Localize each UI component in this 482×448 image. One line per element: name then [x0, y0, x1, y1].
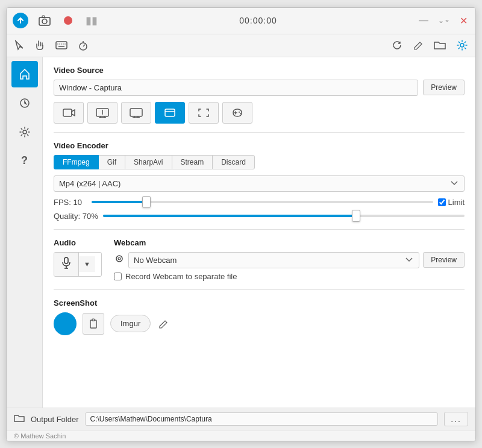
svg-point-14 [460, 43, 464, 47]
quality-row: Quality: 70% [54, 212, 465, 221]
svg-point-1 [42, 19, 47, 24]
screenshot-button[interactable] [37, 13, 52, 28]
svg-point-31 [239, 112, 240, 113]
screen-source-icon [96, 107, 109, 118]
screen2-source-icon [130, 107, 143, 118]
refresh-icon [392, 40, 402, 51]
time-label: 00:00:00 [239, 16, 277, 25]
toolbar-row [7, 34, 475, 57]
app-window: ▮▮ 00:00:00 — ⌄ ⌄ ✕ [6, 7, 476, 441]
timer-tool-button[interactable] [77, 38, 90, 52]
ss-pencil-button[interactable] [157, 317, 170, 330]
webcam-select[interactable]: No Webcam [128, 252, 419, 268]
collapse-button[interactable]: ⌄ ⌄ [436, 15, 452, 26]
fps-limit-label: Limit [448, 198, 465, 207]
tab-discard[interactable]: Discard [212, 155, 255, 169]
tab-stream[interactable]: Stream [172, 155, 213, 169]
source-webcam-button[interactable] [54, 102, 84, 124]
encoder-tabs: FFmpeg Gif SharpAvi Stream Discard [54, 155, 465, 169]
fps-limit-checkbox[interactable] [438, 198, 446, 206]
webcam-separate-label: Record Webcam to separate file [125, 272, 237, 281]
mic-main-button[interactable] [54, 253, 79, 276]
folder-icon [434, 40, 446, 50]
audio-section: Audio ▼ [54, 238, 102, 277]
ss-clipboard-button[interactable] [83, 313, 104, 335]
region-source-icon [197, 107, 210, 118]
home-icon [19, 68, 31, 80]
pencil-icon [413, 40, 423, 50]
imgur-button[interactable]: Imgur [110, 315, 151, 332]
folder-button[interactable] [432, 39, 448, 52]
sidebar-item-home[interactable] [11, 61, 38, 87]
source-gamepad-button[interactable] [222, 102, 252, 124]
fps-track[interactable] [92, 201, 433, 203]
keyboard-tool-button[interactable] [54, 39, 69, 51]
svg-point-3 [64, 16, 72, 25]
webcam-separate-checkbox[interactable] [114, 273, 122, 280]
webcam-preview-button[interactable]: Preview [423, 252, 465, 268]
sidebar-item-settings[interactable] [11, 119, 38, 145]
output-path-input[interactable] [85, 412, 439, 426]
pause-button[interactable]: ▮▮ [84, 12, 99, 29]
tab-gif[interactable]: Gif [98, 155, 125, 169]
svg-point-16 [23, 130, 27, 134]
tab-ffmpeg[interactable]: FFmpeg [54, 155, 99, 169]
quality-track[interactable] [103, 215, 465, 217]
chevron-down-icon: ⌄ [438, 17, 444, 24]
svg-point-32 [240, 113, 241, 114]
fps-thumb[interactable] [142, 196, 151, 208]
tab-sharpavi[interactable]: SharpAvi [125, 155, 172, 169]
source-input[interactable] [54, 80, 418, 96]
svg-rect-27 [165, 109, 175, 116]
close-button[interactable]: ✕ [458, 13, 469, 28]
record-button[interactable] [61, 13, 75, 28]
fps-label: FPS: 10 [54, 198, 87, 207]
svg-rect-23 [130, 109, 142, 116]
video-preview-button[interactable]: Preview [423, 80, 465, 95]
svg-rect-33 [64, 257, 68, 263]
mic-chevron-icon: ▼ [84, 260, 90, 268]
toolbar-left [13, 38, 90, 52]
output-dots-button[interactable]: ... [444, 412, 468, 426]
codec-select[interactable]: Mp4 (x264 | AAC) Mp4 (x265 | AAC) WebM (… [54, 175, 465, 192]
svg-line-13 [83, 45, 85, 46]
title-bar: ▮▮ 00:00:00 — ⌄ ⌄ ✕ [7, 8, 475, 34]
sidebar-item-history[interactable] [11, 90, 38, 116]
source-window-button[interactable] [155, 102, 185, 124]
sidebar-item-help[interactable]: ? [11, 148, 38, 174]
toolbar-right [390, 38, 469, 52]
mic-icon [61, 257, 71, 269]
screenshot-row: Imgur [54, 312, 465, 335]
quality-thumb[interactable] [352, 210, 360, 222]
source-screen2-button[interactable] [121, 102, 151, 124]
up-button[interactable] [13, 13, 28, 28]
up-arrow-icon [16, 16, 25, 25]
refresh-button[interactable] [390, 38, 404, 52]
webcam-checkbox-row: Record Webcam to separate file [114, 272, 465, 281]
svg-point-37 [118, 257, 120, 260]
ss-file-button[interactable] [54, 312, 77, 335]
settings-button[interactable] [455, 38, 469, 52]
clipboard-icon [89, 318, 98, 329]
audio-webcam-row: Audio ▼ [54, 238, 465, 281]
pencil-button[interactable] [412, 39, 425, 52]
webcam-icon [114, 254, 125, 265]
source-region-button[interactable] [189, 102, 219, 124]
source-screen-button[interactable] [87, 102, 117, 124]
title-bar-left: ▮▮ [13, 12, 99, 29]
mic-dropdown-button[interactable]: ▼ [79, 256, 95, 272]
settings-icon [19, 127, 30, 137]
webcam-cam-icon [114, 254, 125, 263]
hand-tool-button[interactable] [33, 38, 46, 52]
quality-fill [103, 215, 356, 217]
hand-icon [35, 40, 45, 51]
svg-rect-17 [63, 109, 72, 116]
webcam-section: Webcam No Webcam Preview [114, 238, 465, 281]
cursor-tool-button[interactable] [13, 38, 26, 52]
webcam-title: Webcam [114, 238, 465, 247]
screenshot-title: ScreenShot [54, 298, 465, 308]
minimize-button[interactable]: — [417, 13, 430, 28]
window-source-icon [163, 107, 177, 118]
sidebar: ? [7, 57, 43, 408]
keyboard-icon [55, 41, 67, 49]
